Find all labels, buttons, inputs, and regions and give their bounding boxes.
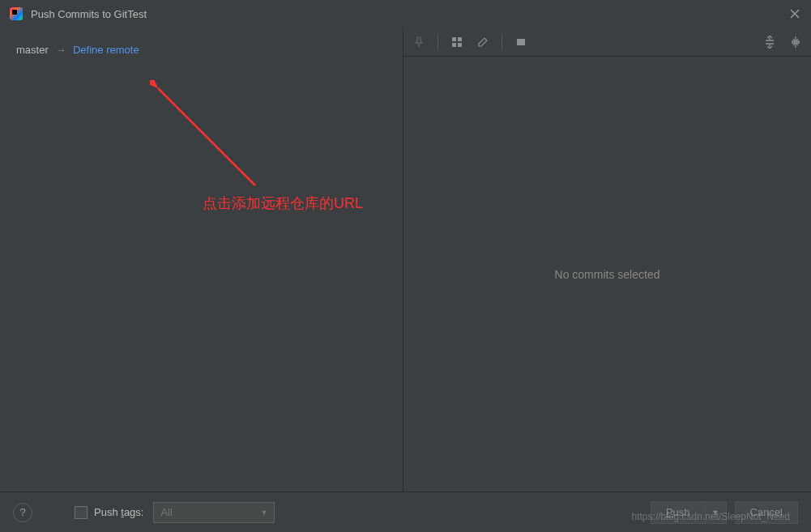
arrow-icon: →: [55, 44, 66, 56]
push-button[interactable]: Push: [651, 501, 706, 524]
define-remote-link[interactable]: Define remote: [73, 44, 139, 56]
svg-rect-1: [452, 37, 456, 41]
svg-line-0: [158, 88, 255, 185]
cancel-button[interactable]: Cancel: [735, 501, 798, 524]
window-title: Push Commits to GitTest: [31, 8, 788, 20]
right-toolbar: [403, 28, 811, 57]
toolbar-separator: [502, 34, 502, 50]
push-tags-label: Push tags:: [94, 506, 143, 518]
svg-rect-2: [458, 37, 462, 41]
right-content: No commits selected: [403, 57, 811, 492]
grid-icon[interactable]: [450, 35, 464, 49]
local-branch-label: master: [16, 44, 49, 56]
expand-all-icon[interactable]: [762, 35, 777, 49]
edit-icon[interactable]: [476, 35, 490, 49]
right-panel: No commits selected: [403, 28, 811, 492]
button-group: Push ▼ Cancel: [651, 501, 798, 524]
help-button[interactable]: ?: [13, 503, 32, 522]
push-button-wrap: Push ▼: [651, 501, 727, 524]
content-area: master → Define remote 点击添加远程仓库的URL: [0, 28, 811, 492]
push-tags-checkbox[interactable]: [75, 506, 88, 519]
collapse-all-icon[interactable]: [788, 35, 803, 49]
pin-icon: [412, 35, 426, 49]
dropdown-value: All: [160, 506, 172, 518]
chevron-down-icon: ▼: [261, 509, 268, 517]
no-commits-text: No commits selected: [555, 268, 660, 281]
svg-rect-5: [517, 39, 525, 45]
branch-line: master → Define remote: [16, 44, 386, 56]
close-icon[interactable]: [788, 7, 801, 20]
app-icon: [10, 7, 23, 20]
toolbar-separator: [438, 34, 438, 50]
push-dropdown-button[interactable]: ▼: [706, 501, 727, 524]
svg-rect-4: [458, 43, 462, 47]
svg-rect-3: [452, 43, 456, 47]
footer: ? Push tags: All ▼ Push ▼ Cancel: [0, 492, 811, 532]
push-tags-checkbox-wrap: Push tags:: [75, 506, 143, 519]
titlebar: Push Commits to GitTest: [0, 0, 811, 28]
annotation-text: 点击添加远程仓库的URL: [203, 194, 363, 213]
rect-icon[interactable]: [514, 35, 528, 49]
annotation-arrow: [150, 80, 280, 210]
push-tags-dropdown[interactable]: All ▼: [153, 502, 275, 523]
left-panel: master → Define remote 点击添加远程仓库的URL: [0, 28, 403, 492]
